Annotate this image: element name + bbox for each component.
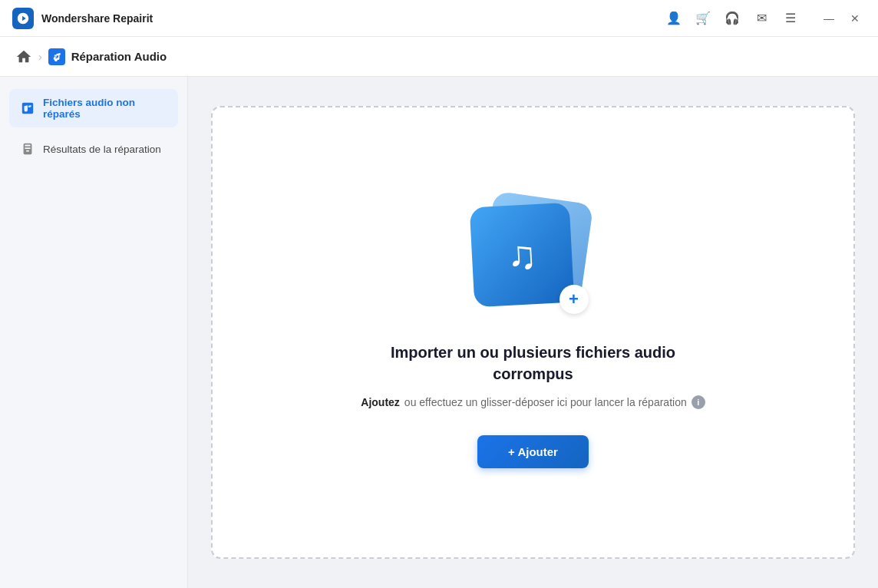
home-icon [15, 48, 32, 65]
sidebar-label-unrepaired: Fichiers audio non réparés [43, 97, 167, 120]
sidebar-label-results: Résultats de la réparation [43, 144, 161, 155]
audio-section-icon [48, 48, 65, 65]
titlebar-left: Wondershare Repairit [12, 8, 153, 29]
dropzone-title: Importer un ou plusieurs fichiers audio … [391, 342, 675, 385]
add-badge: + [559, 285, 589, 314]
app-logo [12, 8, 34, 29]
close-button[interactable]: ✕ [844, 8, 866, 29]
add-button[interactable]: + Ajouter [477, 435, 589, 468]
music-illustration: ♪ ♫ + [472, 197, 595, 320]
headset-icon[interactable]: 🎧 [725, 11, 740, 26]
sidebar: Fichiers audio non réparés Résultats de … [0, 77, 188, 588]
breadcrumb-separator: › [38, 51, 42, 63]
app-title: Wondershare Repairit [41, 12, 153, 25]
page-title: Réparation Audio [71, 50, 167, 63]
music-note-front: ♫ [506, 234, 538, 276]
user-icon[interactable]: 👤 [666, 11, 682, 26]
titlebar-right: 👤 🛒 🎧 ✉ ☰ — ✕ [666, 8, 866, 29]
home-button[interactable] [15, 48, 32, 65]
results-icon [20, 141, 35, 157]
cart-icon[interactable]: 🛒 [695, 11, 711, 26]
main-layout: Fichiers audio non réparés Résultats de … [0, 77, 878, 588]
app-logo-icon [16, 12, 30, 25]
audio-icon [51, 51, 61, 61]
window-controls: — ✕ [818, 8, 866, 29]
dropzone-subtitle: Ajoutez ou effectuez un glisser-déposer … [361, 395, 705, 409]
breadcrumb-bar: › Réparation Audio [0, 37, 878, 77]
sidebar-item-results[interactable]: Résultats de la réparation [9, 134, 178, 164]
sidebar-item-unrepaired[interactable]: Fichiers audio non réparés [9, 89, 178, 127]
content-area: ♪ ♫ + Importer un ou plusieurs fichiers … [188, 77, 878, 588]
unrepaired-icon [20, 101, 35, 116]
add-plus-icon: + [569, 291, 579, 308]
minimize-button[interactable]: — [818, 8, 840, 29]
mail-icon[interactable]: ✉ [754, 11, 769, 26]
music-card-front: ♫ [469, 202, 574, 307]
info-icon[interactable]: i [692, 395, 705, 409]
titlebar: Wondershare Repairit 👤 🛒 🎧 ✉ ☰ — ✕ [0, 0, 878, 37]
menu-icon[interactable]: ☰ [783, 11, 798, 26]
dropzone[interactable]: ♪ ♫ + Importer un ou plusieurs fichiers … [211, 106, 855, 559]
